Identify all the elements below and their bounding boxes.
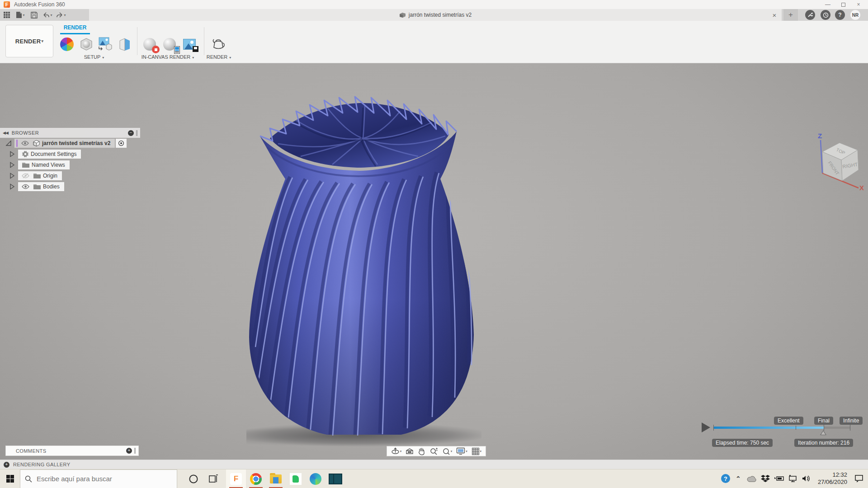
volume-icon[interactable] [801, 473, 811, 484]
view-cube[interactable]: Z X TOP FRONT RIGHT [811, 130, 866, 191]
browser-item-named-views[interactable]: Named Views [0, 160, 140, 170]
rendering-gallery-label[interactable]: RENDERING GALLERY [13, 462, 70, 467]
browser-root-label[interactable]: jarrón twisted simetrías v2 [42, 140, 110, 146]
browser-item-label[interactable]: Document Settings [31, 151, 76, 157]
render-button[interactable] [209, 35, 227, 53]
user-avatar[interactable]: NR [850, 10, 860, 20]
display-settings-button[interactable]: ▾ [456, 447, 467, 455]
taskbar-edge[interactable] [306, 469, 326, 488]
workspace-selector-button[interactable]: RENDER ▾ [5, 25, 53, 57]
show-hidden-icons-chevron[interactable]: ⌃ [733, 473, 744, 484]
fit-icon [442, 447, 450, 455]
visibility-eye-icon[interactable] [22, 184, 29, 189]
pan-button[interactable] [418, 447, 425, 455]
render-focus-target-button[interactable] [116, 139, 127, 148]
collapsed-twisty-icon[interactable] [9, 173, 15, 179]
panel-drag-handle[interactable] [134, 448, 136, 454]
render-progress-slider[interactable] [713, 427, 850, 429]
orbit-button[interactable]: ▾ [391, 447, 402, 455]
zoom-button[interactable] [429, 447, 438, 455]
document-tab[interactable]: jarrón twisted simetrías v2 × [89, 9, 782, 21]
recent-activity-button[interactable] [821, 10, 830, 20]
quality-label-excellent[interactable]: Excellent [774, 417, 803, 425]
job-status-button[interactable] [805, 10, 815, 20]
collapsed-twisty-icon[interactable] [9, 162, 15, 168]
z-axis-label: Z [818, 132, 822, 140]
visibility-off-eye-icon[interactable] [22, 173, 29, 179]
group-label-in-canvas-render[interactable]: IN-CANVAS RENDER ▾ [142, 54, 194, 60]
undo-button[interactable]: ▾ [41, 9, 54, 20]
collapsed-twisty-icon[interactable] [9, 151, 15, 157]
taskbar-file-explorer[interactable] [266, 469, 286, 488]
browser-item-document-settings[interactable]: Document Settings [0, 149, 140, 160]
search-input[interactable] [37, 475, 163, 483]
panel-minus-icon[interactable]: − [128, 130, 134, 136]
minimize-button[interactable]: — [820, 0, 835, 9]
scene-settings-button[interactable] [77, 35, 95, 53]
start-button[interactable] [0, 469, 20, 488]
ribbon-tab-render[interactable]: RENDER [60, 24, 90, 34]
task-view-button[interactable] [203, 469, 223, 488]
network-icon[interactable] [787, 473, 798, 484]
visibility-eye-icon[interactable] [21, 141, 29, 146]
quality-slider-marker[interactable] [820, 430, 826, 435]
taskbar-search[interactable] [20, 469, 177, 488]
look-at-button[interactable] [406, 448, 414, 455]
taskbar-evernote[interactable] [286, 469, 306, 488]
app-grid-icon [4, 12, 10, 18]
group-label-render[interactable]: RENDER ▾ [207, 54, 231, 60]
comments-panel[interactable]: COMMENTS + [5, 446, 139, 456]
window-title: Autodesk Fusion 360 [14, 1, 65, 8]
help-tray-icon[interactable]: ? [721, 474, 730, 483]
dropbox-icon[interactable] [760, 473, 771, 484]
save-button[interactable] [27, 9, 41, 20]
fit-button[interactable]: ▾ [442, 447, 453, 455]
viewport-canvas[interactable]: ◀◀ BROWSER − jarrón twisted simetrías v2 [0, 63, 868, 460]
taskbar-app-window[interactable] [326, 469, 345, 488]
browser-item-origin[interactable]: Origin [0, 170, 140, 181]
expand-gallery-icon[interactable]: + [4, 462, 9, 468]
panel-plus-icon[interactable]: + [126, 448, 132, 454]
browser-item-label[interactable]: Named Views [32, 162, 65, 168]
redo-button[interactable]: ▾ [54, 9, 68, 20]
texture-map-controls-button[interactable] [96, 35, 114, 53]
browser-item-label[interactable]: Bodies [43, 183, 60, 190]
browser-item-label[interactable]: Origin [43, 173, 57, 179]
browser-panel-header[interactable]: ◀◀ BROWSER − [0, 128, 140, 138]
browser-root-row[interactable]: jarrón twisted simetrías v2 [0, 138, 140, 149]
group-label-setup[interactable]: SETUP ▾ [84, 54, 104, 60]
collapsed-twisty-icon[interactable] [9, 183, 15, 190]
capture-image-button[interactable] [180, 35, 198, 53]
ribbon-toolbar: RENDER ▾ RENDER [0, 21, 868, 63]
onedrive-cloud-icon[interactable] [746, 473, 757, 484]
grid-layout-button[interactable]: ▾ [472, 447, 482, 455]
in-canvas-render-button[interactable] [141, 35, 159, 53]
undo-icon [42, 12, 50, 18]
browser-item-bodies[interactable]: Bodies [0, 181, 140, 192]
zoom-icon [429, 447, 438, 455]
collapse-panel-icon[interactable]: ◀◀ [3, 131, 8, 135]
clock[interactable]: 12:32 27/06/2020 [818, 471, 847, 486]
quality-label-final[interactable]: Final [814, 417, 833, 425]
taskbar-chrome[interactable] [246, 469, 266, 488]
in-canvas-render-settings-button[interactable] [160, 35, 179, 53]
cortana-button[interactable] [184, 469, 203, 488]
close-button[interactable]: × [851, 0, 866, 9]
panel-drag-handle[interactable] [136, 130, 137, 136]
expanded-twisty-icon[interactable] [5, 140, 12, 146]
render-play-button[interactable] [702, 422, 710, 432]
tab-close-button[interactable]: × [770, 10, 779, 19]
battery-icon[interactable] [774, 473, 784, 484]
taskbar-fusion360[interactable]: F [226, 469, 246, 488]
app-grid-button[interactable] [0, 9, 14, 20]
restore-button[interactable] [835, 0, 851, 9]
action-center-icon[interactable] [854, 473, 864, 484]
z-axis-line [821, 140, 822, 173]
file-menu-button[interactable]: ▾ [14, 9, 27, 20]
appearance-button[interactable] [58, 35, 76, 53]
quality-label-infinite[interactable]: Infinite [840, 417, 863, 425]
help-button[interactable]: ? [835, 10, 845, 20]
target-dot-icon [118, 140, 124, 146]
new-tab-button[interactable]: + [783, 9, 798, 21]
flip-normal-button[interactable] [116, 35, 134, 53]
